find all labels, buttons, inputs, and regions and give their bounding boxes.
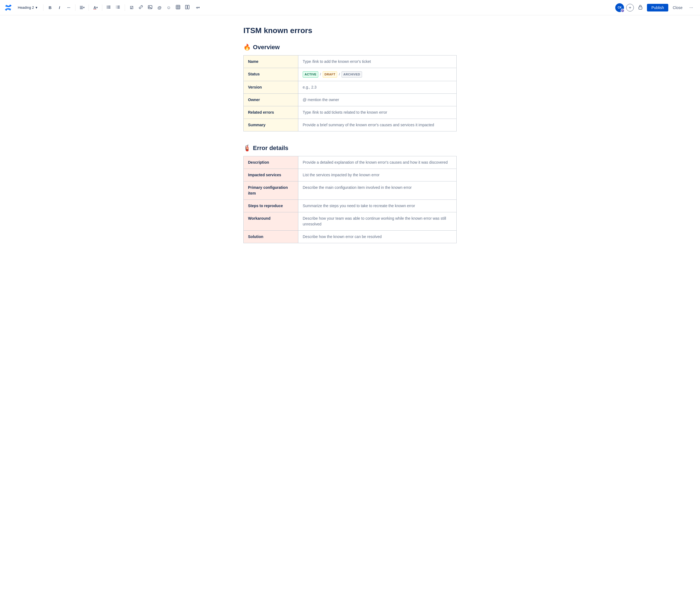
table-row: Related errors Type /link to add tickets… (244, 106, 457, 119)
table-row: Description Provide a detailed explanati… (244, 156, 457, 168)
error-solution-value[interactable]: Describe how the known error can be reso… (298, 230, 457, 243)
image-button[interactable] (146, 3, 154, 12)
error-steps-label: Steps to reproduce (244, 200, 298, 212)
heading-selector[interactable]: Heading 2 ▾ (15, 4, 40, 11)
error-steps-value[interactable]: Summarize the steps you need to take to … (298, 200, 457, 212)
link-button[interactable] (136, 3, 145, 12)
emoji-button[interactable]: ☺ (164, 3, 173, 12)
overview-emoji: 🔥 (243, 44, 251, 51)
svg-rect-12 (117, 8, 120, 8)
status-badge-archived[interactable]: ARCHIVED (342, 71, 362, 78)
bullet-list-icon (107, 5, 111, 10)
svg-rect-22 (639, 7, 642, 9)
toolbar-right: CK C + Publish Close ··· (615, 3, 696, 12)
error-workaround-value[interactable]: Describe how your team was able to conti… (298, 212, 457, 230)
badge-separator-1: / (320, 72, 321, 77)
error-details-heading: 🧯 Error details (243, 144, 457, 152)
overview-section: 🔥 Overview Name Type /link to add the kn… (243, 44, 457, 131)
overview-related-value[interactable]: Type /link to add tickets related to the… (298, 106, 457, 119)
overview-related-label: Related errors (244, 106, 298, 119)
overview-summary-value[interactable]: Provide a brief summary of the known err… (298, 119, 457, 131)
toolbar-divider-4 (102, 4, 102, 11)
toolbar-divider-5 (125, 4, 125, 11)
svg-rect-4 (108, 7, 110, 7)
numbered-list-button[interactable]: 1. 2. 3. (114, 3, 123, 12)
status-badge-active[interactable]: ACTIVE (303, 71, 318, 78)
overview-heading: 🔥 Overview (243, 44, 457, 51)
add-icon: + (629, 5, 631, 10)
table-row: Workaround Describe how your team was ab… (244, 212, 457, 230)
font-color-button[interactable]: A ▾ (91, 3, 100, 12)
svg-text:3.: 3. (116, 7, 117, 9)
main-content: ITSM known errors 🔥 Overview Name Type /… (227, 15, 473, 278)
more-format-icon: ··· (67, 5, 70, 10)
insert-plus-icon: + (196, 5, 198, 10)
svg-rect-15 (176, 5, 180, 9)
error-solution-label: Solution (244, 230, 298, 243)
mention-button[interactable]: @ (155, 3, 164, 12)
svg-point-5 (107, 8, 108, 9)
lock-button[interactable] (636, 3, 645, 12)
table-icon (176, 5, 180, 10)
overview-owner-label: Owner (244, 94, 298, 106)
svg-rect-0 (4, 4, 12, 11)
publish-button[interactable]: Publish (647, 4, 668, 11)
svg-rect-20 (185, 5, 187, 9)
overview-version-value[interactable]: e.g., 2.3 (298, 81, 457, 94)
error-description-label: Description (244, 156, 298, 168)
overview-name-value[interactable]: Type /link to add the known error's tick… (298, 55, 457, 68)
table-button[interactable] (174, 3, 182, 12)
layout-icon (185, 5, 190, 10)
avatar[interactable]: CK C (615, 3, 624, 12)
error-impacted-value[interactable]: List the services impacted by the known … (298, 168, 457, 181)
italic-button[interactable]: I (55, 3, 64, 12)
align-icon: ☰ (80, 5, 83, 10)
confluence-logo[interactable] (4, 4, 12, 11)
heading-chevron-icon: ▾ (35, 5, 38, 9)
error-impacted-label: Impacted services (244, 168, 298, 181)
task-button[interactable]: ☑ (127, 3, 136, 12)
avatar-badge: C (621, 9, 625, 12)
table-row: Version e.g., 2.3 (244, 81, 457, 94)
svg-point-14 (149, 6, 150, 7)
bold-button[interactable]: B (46, 3, 54, 12)
layout-button[interactable] (183, 3, 192, 12)
status-badge-draft[interactable]: DRAFT (323, 71, 338, 78)
error-details-emoji: 🧯 (243, 144, 251, 152)
insert-group: ☑ @ ☺ (127, 3, 203, 12)
table-row: Primary configuration item Describe the … (244, 181, 457, 200)
numbered-list-icon: 1. 2. 3. (116, 5, 120, 10)
overview-name-label: Name (244, 55, 298, 68)
overview-version-label: Version (244, 81, 298, 94)
error-config-value[interactable]: Describe the main configuration item inv… (298, 181, 457, 200)
overview-owner-value[interactable]: @ mention the owner (298, 94, 457, 106)
status-badges-container: ACTIVE / DRAFT / ARCHIVED (303, 71, 452, 78)
more-options-icon: ··· (689, 5, 693, 10)
align-chevron-icon: ▾ (83, 6, 84, 9)
avatar-initials: CK (618, 6, 622, 9)
error-details-table: Description Provide a detailed explanati… (243, 156, 457, 243)
svg-rect-6 (108, 8, 110, 8)
text-format-group: B I ··· (46, 3, 73, 12)
mention-icon: @ (157, 5, 161, 10)
close-button[interactable]: Close (671, 4, 685, 11)
image-icon (148, 5, 152, 10)
toolbar-divider-3 (89, 4, 89, 11)
svg-rect-8 (117, 6, 120, 6)
table-row: Impacted services List the services impa… (244, 168, 457, 181)
overview-summary-label: Summary (244, 119, 298, 131)
align-button[interactable]: ☰ ▾ (78, 3, 86, 12)
toolbar-divider-1 (43, 4, 44, 11)
more-format-button[interactable]: ··· (64, 3, 73, 12)
table-row: Solution Describe how the known error ca… (244, 230, 457, 243)
overview-status-value[interactable]: ACTIVE / DRAFT / ARCHIVED (298, 68, 457, 81)
error-description-value[interactable]: Provide a detailed explanation of the kn… (298, 156, 457, 168)
badge-separator-2: / (339, 72, 340, 77)
add-collaborator-button[interactable]: + (626, 4, 634, 11)
insert-more-button[interactable]: + ▾ (192, 3, 203, 12)
link-icon (139, 5, 143, 10)
page-title[interactable]: ITSM known errors (243, 26, 457, 35)
heading-selector-label: Heading 2 (18, 5, 34, 9)
more-options-button[interactable]: ··· (687, 3, 696, 12)
bullet-list-button[interactable] (104, 3, 113, 12)
